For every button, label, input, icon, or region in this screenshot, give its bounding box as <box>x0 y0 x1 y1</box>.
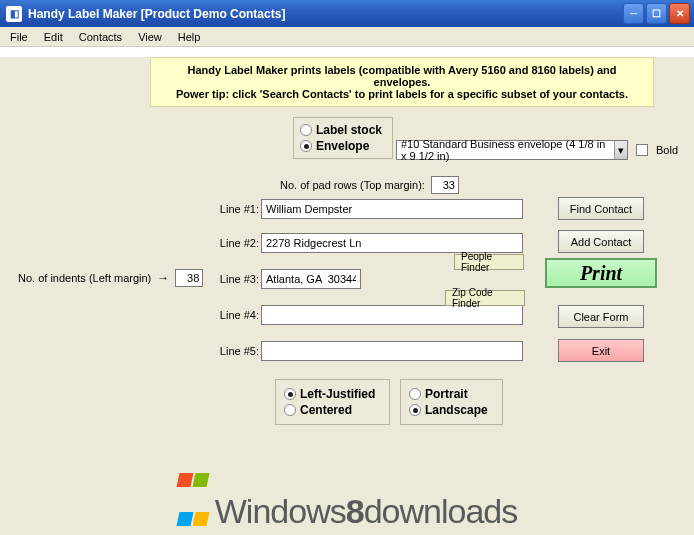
maximize-button[interactable]: ☐ <box>646 3 667 24</box>
radio-envelope-text: Envelope <box>316 139 369 153</box>
line2-row: Line #2: <box>211 233 523 253</box>
menu-contacts[interactable]: Contacts <box>71 29 130 45</box>
line3-label: Line #3: <box>211 273 259 285</box>
radio-icon <box>409 388 421 400</box>
radio-portrait-text: Portrait <box>425 387 468 401</box>
radio-icon <box>284 404 296 416</box>
radio-label-stock-text: Label stock <box>316 123 382 137</box>
exit-button[interactable]: Exit <box>558 339 644 362</box>
chevron-down-icon: ▾ <box>614 141 627 159</box>
print-label: Print <box>580 262 622 285</box>
radio-landscape[interactable]: Landscape <box>409 403 488 417</box>
menu-edit[interactable]: Edit <box>36 29 71 45</box>
pad-rows-input[interactable] <box>431 176 459 194</box>
window-title: Handy Label Maker [Product Demo Contacts… <box>28 7 285 21</box>
radio-portrait[interactable]: Portrait <box>409 387 488 401</box>
app-icon: ◧ <box>6 6 22 22</box>
windows-logo-icon <box>177 457 209 535</box>
justification-group: Left-Justified Centered <box>275 379 390 425</box>
menu-view[interactable]: View <box>130 29 170 45</box>
radio-icon <box>300 140 312 152</box>
indents-input[interactable] <box>175 269 203 287</box>
indents-row: No. of indents (Left margin) → <box>18 269 203 287</box>
clear-form-button[interactable]: Clear Form <box>558 305 644 328</box>
line1-label: Line #1: <box>211 203 259 215</box>
people-finder-button[interactable]: People Finder <box>454 254 524 270</box>
banner-line2: Power tip: click 'Search Contacts' to pr… <box>161 88 643 100</box>
menu-help[interactable]: Help <box>170 29 209 45</box>
pad-rows-label: No. of pad rows (Top margin): <box>280 179 425 191</box>
arrow-right-icon: → <box>157 271 169 285</box>
stock-type-group: Label stock Envelope <box>293 117 393 159</box>
line5-label: Line #5: <box>211 345 259 357</box>
radio-landscape-text: Landscape <box>425 403 488 417</box>
line5-row: Line #5: <box>211 341 523 361</box>
client-area: Handy Label Maker prints labels (compati… <box>0 57 694 535</box>
radio-envelope[interactable]: Envelope <box>300 139 382 153</box>
radio-left-text: Left-Justified <box>300 387 375 401</box>
menubar: File Edit Contacts View Help <box>0 27 694 47</box>
line1-row: Line #1: <box>211 199 523 219</box>
exit-label: Exit <box>592 345 610 357</box>
line1-input[interactable] <box>261 199 523 219</box>
envelope-size-dropdown[interactable]: #10 Standard Business envelope (4 1/8 in… <box>396 140 628 160</box>
find-contact-label: Find Contact <box>570 203 632 215</box>
pad-rows-row: No. of pad rows (Top margin): <box>280 176 459 194</box>
radio-icon <box>284 388 296 400</box>
watermark-logo: Windows8downloads <box>0 457 694 535</box>
line2-input[interactable] <box>261 233 523 253</box>
menu-file[interactable]: File <box>2 29 36 45</box>
radio-centered-text: Centered <box>300 403 352 417</box>
envelope-size-value: #10 Standard Business envelope (4 1/8 in… <box>401 138 614 162</box>
envelope-row: #10 Standard Business envelope (4 1/8 in… <box>396 140 678 160</box>
add-contact-label: Add Contact <box>571 236 632 248</box>
close-button[interactable]: ✕ <box>669 3 690 24</box>
print-button[interactable]: Print <box>545 258 657 288</box>
people-finder-label: People Finder <box>461 251 517 273</box>
radio-centered[interactable]: Centered <box>284 403 375 417</box>
watermark-suffix: downloads <box>364 492 518 530</box>
banner-line1: Handy Label Maker prints labels (compati… <box>161 64 643 88</box>
radio-label-stock[interactable]: Label stock <box>300 123 382 137</box>
watermark-eight: 8 <box>346 492 364 530</box>
radio-left-justified[interactable]: Left-Justified <box>284 387 375 401</box>
line3-input[interactable] <box>261 269 361 289</box>
radio-icon <box>409 404 421 416</box>
clear-form-label: Clear Form <box>573 311 628 323</box>
zip-finder-label: Zip Code Finder <box>452 287 518 309</box>
titlebar: ◧ Handy Label Maker [Product Demo Contac… <box>0 0 694 27</box>
add-contact-button[interactable]: Add Contact <box>558 230 644 253</box>
line4-label: Line #4: <box>211 309 259 321</box>
window-controls: ─ ☐ ✕ <box>623 3 690 24</box>
orientation-group: Portrait Landscape <box>400 379 503 425</box>
line2-label: Line #2: <box>211 237 259 249</box>
radio-icon <box>300 124 312 136</box>
find-contact-button[interactable]: Find Contact <box>558 197 644 220</box>
zip-finder-button[interactable]: Zip Code Finder <box>445 290 525 306</box>
line5-input[interactable] <box>261 341 523 361</box>
line3-row: Line #3: <box>211 269 361 289</box>
bold-label: Bold <box>656 144 678 156</box>
indents-label: No. of indents (Left margin) <box>18 272 151 284</box>
watermark-prefix: Windows <box>215 492 346 530</box>
minimize-button[interactable]: ─ <box>623 3 644 24</box>
bold-checkbox[interactable] <box>636 144 648 156</box>
info-banner: Handy Label Maker prints labels (compati… <box>150 57 654 107</box>
